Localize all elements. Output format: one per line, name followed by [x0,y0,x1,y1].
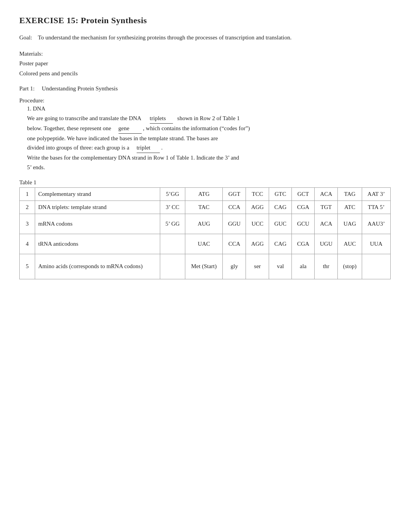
table-cell-3-4: CAG [269,234,292,254]
proc-text-8: Write the bases for the complementary DN… [27,155,239,161]
goal-section: Goal: To understand the mechanism for sy… [19,33,391,42]
table-cell-1-8: TTA 5’ [362,201,390,214]
table-cell-4-4: val [269,254,292,279]
goal-label: Goal: [19,34,32,41]
table-cell-4-8 [362,254,390,279]
procedure-section: Procedure: 1. DNA We are going to transc… [19,97,391,172]
materials-item-2: Colored pens and pencils [19,69,391,79]
table-cell-4-7: (stop) [338,254,362,279]
proc-text-6: divided into groups of three: each group… [27,144,129,151]
table-cell-3-5: CGA [292,234,315,254]
page-title: EXERCISE 15: Protein Synthesis [19,15,391,25]
table-cell-2-6: ACA [315,214,338,234]
table-row-num-1: 1 [20,187,35,201]
proc-blank-2: gene [119,124,142,134]
table-cell-0-4: GTC [269,187,292,201]
materials-label: Materials: [19,49,391,59]
table-cell-0-3: TCC [246,187,269,201]
table-cell-0-5: GCT [292,187,315,201]
table-cell-1-1: TAC [185,201,223,214]
goal-text: To understand the mechanism for synthesi… [38,34,291,41]
table-cell-3-6: UGU [315,234,338,254]
table-row-label-1: DNA triplets: template strand [35,201,160,214]
table-label: Table 1 [19,179,391,186]
table-row-label-0: Complementary strand [35,187,160,201]
table-cell-2-1: AUG [185,214,223,234]
table-row-num-5: 5 [20,254,35,279]
table-cell-3-0 [160,234,185,254]
table-cell-1-2: CCA [223,201,246,214]
table-cell-2-3: UCC [246,214,269,234]
table-row-label-3: tRNA anticodons [35,234,160,254]
table-cell-2-4: GUC [269,214,292,234]
table-row-label-2: mRNA codons [35,214,160,234]
table-cell-0-7: TAG [338,187,362,201]
table-cell-4-0 [160,254,185,279]
table-cell-0-6: ACA [315,187,338,201]
table-cell-4-3: ser [246,254,269,279]
materials-section: Materials: Poster paper Colored pens and… [19,49,391,79]
table-cell-0-0: 5’GG [160,187,185,201]
table-row-label-4: Amino acids (corresponds to mRNA codons) [35,254,160,279]
proc-text-7: . [161,144,163,151]
table-cell-3-8: UUA [362,234,390,254]
part-title: Understanding Protein Synthesis [42,85,118,92]
materials-item-1: Poster paper [19,59,391,69]
table-row-num-2: 2 [20,201,35,214]
proc-text-2: shown in Row 2 of Table 1 [177,115,240,121]
table-cell-1-6: TGT [315,201,338,214]
table-cell-2-7: UAG [338,214,362,234]
table-cell-4-6: thr [315,254,338,279]
table-cell-3-7: AUC [338,234,362,254]
table-cell-3-3: AGG [246,234,269,254]
proc-text-1: We are going to transcribe and translate… [27,115,141,121]
table-cell-4-1: Met (Start) [185,254,223,279]
proc-text-9: 5’ ends. [27,164,45,170]
table-cell-1-5: CGA [292,201,315,214]
proc-blank-1: triplets [150,114,173,124]
table-cell-1-7: ATC [338,201,362,214]
table-cell-0-8: AAT 3’ [362,187,390,201]
table-1: 1Complementary strand5’GGATGGGTTCCGTCGCT… [19,187,391,279]
table-cell-2-0: 5’ GG [160,214,185,234]
table-cell-1-0: 3’ CC [160,201,185,214]
part-label: Part 1: [19,85,35,92]
table-cell-2-8: AAU3’ [362,214,390,234]
table-row-num-3: 3 [20,214,35,234]
proc-blank-3: triplet [137,143,160,153]
procedure-sub-heading: 1. DNA [27,105,391,112]
proc-text-3: below. Together, these represent one [27,125,111,131]
part-heading: Part 1: Understanding Protein Synthesis [19,85,391,92]
table-cell-4-5: ala [292,254,315,279]
table-cell-3-2: CCA [223,234,246,254]
table-cell-3-1: UAC [185,234,223,254]
table-cell-4-2: gly [223,254,246,279]
proc-text-4: , which contains the information (“codes… [143,125,250,131]
table-cell-0-2: GGT [223,187,246,201]
table-row-num-4: 4 [20,234,35,254]
table-cell-2-5: GCU [292,214,315,234]
table-cell-0-1: ATG [185,187,223,201]
procedure-heading: Procedure: [19,97,391,104]
table-cell-2-2: GGU [223,214,246,234]
procedure-body: We are going to transcribe and translate… [27,114,391,172]
table-cell-1-4: CAG [269,201,292,214]
proc-text-5: one polypeptide. We have indicated the b… [27,135,218,141]
table-cell-1-3: AGG [246,201,269,214]
